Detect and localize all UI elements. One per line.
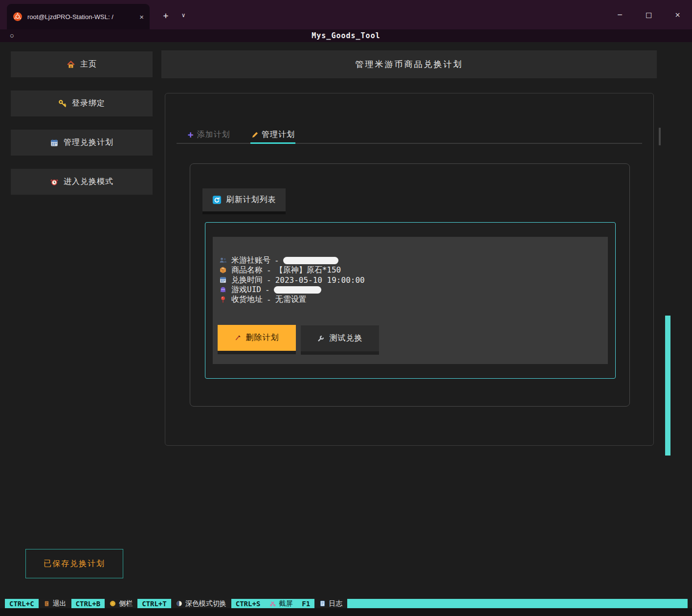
ubuntu-icon (13, 12, 22, 22)
delete-plan-button[interactable]: 删除计划 (218, 325, 296, 351)
tab-close-icon[interactable]: × (139, 13, 144, 21)
field-value: 2023-05-10 19:00:00 (275, 275, 365, 285)
plan-info-box: 米游社账号 - 商品名称 - 【原神】原石* (213, 237, 608, 364)
plus-icon: + (188, 129, 194, 140)
window-controls: ─ □ × (605, 0, 692, 29)
saved-plans-box[interactable]: 已保存兑换计划 (25, 549, 123, 578)
key-icon (58, 99, 67, 108)
field-separator: - (274, 256, 279, 265)
field-label: 兑换时间 (231, 275, 263, 285)
refresh-icon (212, 195, 222, 205)
sidebar-item-label: 进入兑换模式 (64, 177, 113, 187)
pencil-icon (251, 131, 259, 138)
field-separator: - (267, 266, 271, 275)
sidebar-item-exchange-mode[interactable]: 进入兑换模式 (11, 169, 153, 195)
footer-keybar: CTRL+C 退出 CTRL+B 侧栏 CTRL+T 深色模式切换 CTRL+S… (5, 599, 688, 608)
field-label: 商品名称 (231, 265, 263, 275)
delete-icon (235, 335, 241, 341)
manage-plan-content: 刷新计划列表 米游社账号 - (190, 163, 630, 407)
test-button-label: 测试兑换 (330, 333, 363, 343)
coin-icon (110, 600, 116, 607)
alien-icon (219, 286, 227, 294)
footer-action-label: 日志 (329, 599, 342, 608)
sidebar-item-login-binding[interactable]: 登录绑定 (11, 91, 153, 116)
sidebar-item-label: 管理兑换计划 (64, 137, 113, 148)
scrollbar-thumb[interactable] (665, 316, 670, 456)
plan-field-goods: 商品名称 - 【原神】原石*150 (219, 265, 608, 275)
wrench-icon (317, 335, 325, 342)
calendar-icon (50, 138, 59, 147)
footer-key-sidebar[interactable]: CTRL+B (71, 599, 105, 608)
tab-title: root@LjzdPRO-Station-WSL: / (27, 13, 134, 21)
maximize-button[interactable]: □ (634, 0, 663, 29)
tab-label: 管理计划 (262, 130, 295, 140)
package-icon (219, 266, 227, 274)
pin-icon (219, 296, 227, 303)
plan-field-account: 米游社账号 - (219, 255, 608, 265)
tab-label: 添加计划 (197, 130, 230, 140)
calendar-icon (219, 276, 227, 284)
sidebar-item-label: 主页 (80, 59, 97, 69)
plan-field-address: 收货地址 - 无需设置 (219, 295, 608, 304)
terminal-tab[interactable]: root@LjzdPRO-Station-WSL: / × (7, 4, 150, 29)
alarm-icon (50, 178, 59, 186)
delete-button-label: 删除计划 (246, 333, 279, 343)
field-separator: - (267, 295, 271, 304)
footer-key-log[interactable]: F1 (297, 599, 314, 608)
log-icon (319, 600, 326, 607)
field-separator: - (267, 275, 271, 285)
plans-panel: + 添加计划 管理计划 刷新计划列表 (165, 93, 654, 446)
footer-action-label: 截屏 (279, 599, 292, 608)
tab-manage-plan[interactable]: 管理计划 (251, 127, 295, 142)
footer-action-label: 侧栏 (119, 599, 133, 608)
plan-field-time: 兑换时间 - 2023-05-10 19:00:00 (219, 275, 608, 285)
minimize-button[interactable]: ─ (605, 0, 634, 29)
app-header: ○ Mys_Goods_Tool (0, 29, 692, 42)
field-label: 收货地址 (231, 295, 263, 305)
plan-field-uid: 游戏UID - (219, 285, 608, 295)
footer-action-screenshot[interactable]: 截屏 (265, 599, 297, 608)
footer-action-theme[interactable]: 深色模式切换 (171, 599, 231, 608)
titlebar: root@LjzdPRO-Station-WSL: / × + ∨ ─ □ × (0, 0, 692, 29)
masked-account-value (283, 257, 338, 264)
page-title: 管理米游币商品兑换计划 (356, 59, 463, 70)
active-tab-underline (250, 142, 295, 144)
footer-action-sidebar[interactable]: 侧栏 (105, 599, 137, 608)
tabs-scrollbar[interactable] (659, 128, 661, 145)
footer-action-label: 深色模式切换 (185, 599, 226, 608)
app-title: Mys_Goods_Tool (0, 29, 692, 42)
saved-plans-label: 已保存兑换计划 (44, 559, 105, 569)
new-tab-button[interactable]: + (157, 7, 174, 23)
masked-uid-value (274, 286, 321, 294)
sidebar-item-manage-plans[interactable]: 管理兑换计划 (11, 130, 153, 156)
door-icon (44, 600, 50, 607)
close-button[interactable]: × (663, 0, 692, 29)
tab-add-plan[interactable]: + 添加计划 (188, 127, 230, 142)
field-value: 【原神】原石*150 (275, 265, 341, 275)
sidebar-item-home[interactable]: 主页 (11, 51, 153, 77)
field-separator: - (265, 285, 270, 295)
theme-icon (176, 600, 182, 607)
field-label: 游戏UID (231, 285, 261, 295)
home-icon (67, 60, 75, 69)
field-value: 无需设置 (275, 295, 307, 305)
test-exchange-button[interactable]: 测试兑换 (301, 325, 379, 351)
tabs-underline-track (177, 143, 642, 144)
scissors-icon (269, 600, 276, 607)
footer-action-label: 退出 (53, 599, 67, 608)
footer-action-log[interactable]: 日志 (314, 599, 347, 608)
refresh-plans-button[interactable]: 刷新计划列表 (202, 188, 286, 211)
users-icon (219, 256, 227, 264)
sidebar-item-label: 登录绑定 (72, 98, 105, 109)
footer-key-screenshot[interactable]: CTRL+S (231, 599, 265, 608)
field-label: 米游社账号 (231, 255, 270, 266)
plan-card: 米游社账号 - 商品名称 - 【原神】原石* (205, 222, 616, 379)
tab-dropdown-button[interactable]: ∨ (175, 7, 192, 23)
terminal-bottom-padding (0, 608, 692, 616)
footer-key-quit[interactable]: CTRL+C (5, 599, 39, 608)
refresh-button-label: 刷新计划列表 (226, 195, 276, 205)
footer-action-quit[interactable]: 退出 (39, 599, 71, 608)
footer-key-theme[interactable]: CTRL+T (137, 599, 171, 608)
page-title-bar: 管理米游币商品兑换计划 (161, 50, 657, 78)
